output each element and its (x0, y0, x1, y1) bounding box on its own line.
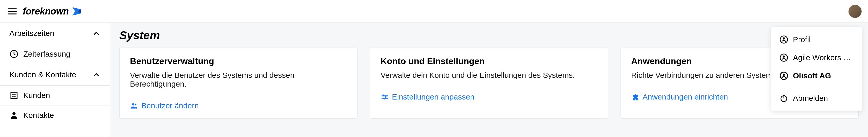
menu-item-label: Abmelden (793, 94, 828, 103)
svg-point-6 (12, 112, 16, 115)
menu-button[interactable] (6, 5, 19, 18)
menu-item-abmelden[interactable]: Abmelden (771, 87, 862, 107)
card-benutzerverwaltung: Benutzerverwaltung Verwalte die Benutzer… (119, 47, 358, 118)
svg-rect-1 (11, 92, 17, 99)
menu-item-label: Olisoft AG (793, 71, 831, 80)
card-link-label: Einstellungen anpassen (392, 93, 474, 101)
menu-item-label: Agile Workers Gm... (793, 53, 854, 62)
account-icon (779, 35, 788, 44)
sidebar-group-label: Arbeitszeiten (9, 29, 54, 38)
building-icon (9, 91, 19, 100)
svg-point-11 (384, 98, 385, 100)
sidebar-item-kontakte[interactable]: Kontakte (0, 105, 110, 125)
puzzle-icon (631, 93, 640, 101)
card-link-einstellungen-anpassen[interactable]: Einstellungen anpassen (380, 93, 597, 101)
sidebar-group-arbeitszeiten[interactable]: Arbeitszeiten (0, 23, 110, 44)
svg-point-15 (783, 56, 785, 58)
menu-item-olisoft[interactable]: Olisoft AG (771, 67, 862, 85)
card-title: Konto und Einstellungen (380, 56, 597, 66)
svg-point-13 (783, 37, 785, 40)
brand-logo-icon (71, 6, 82, 17)
menu-item-agile-workers[interactable]: Agile Workers Gm... (771, 48, 862, 67)
svg-rect-5 (14, 96, 16, 97)
brand[interactable]: foreknown (23, 6, 82, 17)
account-icon (779, 71, 788, 80)
person-icon (9, 111, 19, 120)
menu-item-profil[interactable]: Profil (771, 31, 862, 48)
card-link-label: Benutzer ändern (141, 101, 199, 110)
page-title: System (119, 29, 859, 42)
chevron-up-icon (92, 71, 100, 79)
svg-rect-4 (12, 96, 14, 97)
tune-icon (380, 93, 389, 101)
card-link-label: Anwendungen einrichten (643, 93, 728, 101)
svg-rect-3 (14, 94, 16, 95)
clock-icon (9, 49, 19, 59)
hamburger-icon (7, 6, 18, 16)
chevron-up-icon (92, 29, 100, 37)
card-link-benutzer-aendern[interactable]: Benutzer ändern (130, 101, 347, 110)
sidebar: Arbeitszeiten Zeiterfassung Kunden & Kon… (0, 23, 110, 137)
power-icon (779, 94, 788, 103)
svg-point-10 (385, 96, 386, 98)
brand-text: foreknown (23, 6, 69, 17)
card-body: Verwalte die Benutzer des Systems und de… (130, 71, 347, 89)
sidebar-item-zeiterfassung[interactable]: Zeiterfassung (0, 44, 110, 64)
svg-point-8 (134, 104, 136, 105)
card-konto-einstellungen: Konto und Einstellungen Verwalte dein Ko… (370, 47, 608, 118)
svg-point-7 (132, 103, 134, 105)
svg-point-17 (783, 74, 785, 76)
avatar[interactable] (848, 5, 862, 18)
main-content: System Benutzerverwaltung Verwalte die B… (110, 23, 868, 137)
account-icon (779, 53, 788, 62)
sidebar-group-kunden-kontakte[interactable]: Kunden & Kontakte (0, 64, 110, 85)
user-menu: Profil Agile Workers Gm... Olisoft AG Ab… (771, 27, 862, 111)
sidebar-item-label: Kontakte (23, 111, 54, 120)
cards-row: Benutzerverwaltung Verwalte die Benutzer… (119, 47, 859, 118)
sidebar-item-kunden[interactable]: Kunden (0, 85, 110, 105)
svg-rect-2 (12, 94, 14, 95)
people-icon (130, 102, 138, 110)
topbar: foreknown (0, 0, 868, 23)
card-body: Verwalte dein Konto und die Einstellunge… (380, 71, 597, 80)
menu-item-label: Profil (793, 35, 810, 44)
svg-point-9 (383, 94, 384, 96)
sidebar-item-label: Kunden (23, 91, 50, 100)
sidebar-item-label: Zeiterfassung (23, 49, 70, 59)
sidebar-group-label: Kunden & Kontakte (9, 70, 76, 79)
card-title: Benutzerverwaltung (130, 56, 347, 66)
